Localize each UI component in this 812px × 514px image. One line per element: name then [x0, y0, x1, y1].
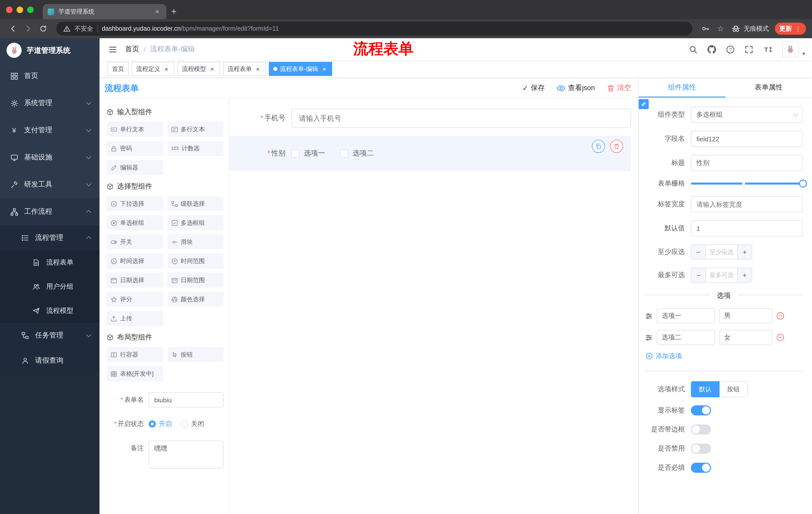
default-value-input[interactable] [691, 220, 803, 236]
sidebar-item-user-groups[interactable]: 用户分组 [0, 275, 99, 299]
security-label[interactable]: 不安全 [75, 24, 93, 33]
sidebar-item-workflow[interactable]: 工作流程 [0, 198, 99, 225]
palette-item-time-range[interactable]: 时间范围 [167, 253, 224, 269]
tab-component-props[interactable]: 组件属性 [639, 78, 725, 97]
sidebar-item-process-mgmt[interactable]: 流程管理 [0, 225, 99, 250]
decrease-button[interactable]: − [691, 268, 706, 282]
tab-form-props[interactable]: 表单属性 [725, 78, 812, 97]
password-key-icon[interactable] [698, 22, 713, 36]
increase-button[interactable]: + [737, 268, 752, 282]
breadcrumb-home[interactable]: 首页 [125, 45, 139, 54]
title-input[interactable] [691, 155, 803, 171]
tag-home[interactable]: 首页 [108, 62, 128, 76]
tag-process-form[interactable]: 流程表单 × [223, 62, 266, 76]
hamburger-icon[interactable] [109, 45, 117, 54]
url-text[interactable]: dashboard.yudao.iocoder.cn/bpm/manager/f… [102, 25, 279, 32]
palette-item-editor[interactable]: 编辑器 [107, 160, 163, 175]
palette-item-radio-group[interactable]: 单选框组 [107, 215, 163, 231]
status-radio-on[interactable]: 开启 [149, 420, 172, 429]
palette-item-cascader[interactable]: 级联选择 [167, 196, 224, 211]
sidebar-item-devtools[interactable]: 研发工具 [0, 171, 99, 198]
tag-process-model[interactable]: 流程模型 × [177, 62, 220, 76]
sidebar-item-home[interactable]: 首页 [0, 62, 99, 89]
palette-item-time-picker[interactable]: 时间选择 [107, 253, 163, 269]
palette-item-date-range[interactable]: 日期范围 [167, 273, 224, 288]
help-icon[interactable]: ? [726, 45, 735, 54]
palette-item-switch[interactable]: 开关 [107, 234, 163, 249]
new-tab-button[interactable]: + [166, 4, 181, 19]
fullscreen-icon[interactable] [745, 45, 753, 54]
form-name-input[interactable] [149, 392, 224, 407]
canvas-field-gender[interactable]: *性别 选项一 选项二 [229, 136, 631, 171]
browser-tab[interactable]: 芋道管理系统 × [43, 4, 166, 19]
palette-item-button[interactable]: 按钮 [167, 347, 224, 362]
palette-item-password[interactable]: 密码 [107, 141, 163, 156]
palette-item-upload[interactable]: 上传 [107, 311, 163, 326]
tab-close-icon[interactable]: × [153, 7, 161, 16]
forward-icon[interactable] [21, 22, 35, 36]
search-icon[interactable] [689, 45, 697, 54]
link-anchor-button[interactable] [639, 99, 649, 109]
label-width-input[interactable] [691, 196, 803, 212]
tag-close-icon[interactable]: × [163, 65, 170, 73]
show-label-toggle[interactable] [691, 405, 711, 415]
reload-icon[interactable] [36, 22, 50, 36]
option-label-input[interactable] [657, 330, 715, 345]
border-toggle[interactable] [691, 425, 711, 435]
gender-checkbox-1[interactable]: 选项一 [291, 149, 325, 158]
slider-handle[interactable] [799, 180, 807, 188]
phone-input[interactable] [291, 109, 631, 128]
palette-item-single-text[interactable]: 单行文本 [107, 122, 163, 137]
sidebar-item-process-form[interactable]: 流程表单 [0, 250, 99, 275]
sidebar-logo[interactable]: 芋道管理系统 [0, 38, 99, 62]
browser-menu-kebab-icon[interactable]: ⋮ [795, 25, 802, 32]
copy-component-button[interactable] [592, 140, 605, 153]
decrease-button[interactable]: − [691, 245, 706, 259]
sidebar-item-task-mgmt[interactable]: 任务管理 [0, 323, 99, 348]
user-avatar[interactable] [782, 41, 799, 57]
address-bar[interactable]: 不安全 dashboard.yudao.iocoder.cn/bpm/manag… [56, 22, 692, 36]
palette-item-checkbox-group[interactable]: 多选框组 [167, 215, 224, 231]
sidebar-item-process-model[interactable]: 流程模型 [0, 299, 99, 323]
tag-close-icon[interactable]: × [321, 65, 328, 73]
gender-checkbox-2[interactable]: 选项二 [340, 149, 374, 158]
style-button-button[interactable]: 按钮 [720, 381, 748, 397]
palette-item-counter[interactable]: 123计数器 [167, 141, 224, 156]
remove-option-icon[interactable] [776, 333, 784, 342]
palette-item-slider[interactable]: 滑块 [167, 234, 224, 249]
sidebar-item-leave-query[interactable]: 请假查询 [0, 348, 99, 373]
window-maximize-button[interactable] [27, 6, 34, 13]
palette-item-color-picker[interactable]: 颜色选择 [167, 292, 224, 307]
palette-item-select[interactable]: 下拉选择 [107, 196, 163, 211]
back-icon[interactable] [6, 22, 20, 36]
option-value-input[interactable] [719, 330, 772, 345]
drag-option-icon[interactable] [645, 334, 653, 341]
palette-item-date-picker[interactable]: 日期选择 [107, 273, 163, 288]
sidebar-item-system[interactable]: 系统管理 [0, 89, 99, 117]
window-close-button[interactable] [6, 6, 12, 13]
tag-process-form-edit[interactable]: 流程表单-编辑 × [269, 62, 332, 76]
tag-close-icon[interactable]: × [254, 65, 261, 73]
font-size-icon[interactable]: T [763, 45, 772, 54]
status-radio-off[interactable]: 关闭 [181, 420, 204, 429]
form-remark-textarea[interactable]: 嘿嘿 [149, 440, 224, 469]
min-select-value[interactable]: 至少应选 [706, 245, 737, 259]
component-type-select[interactable]: 多选框组 [691, 107, 803, 123]
disabled-toggle[interactable] [691, 443, 711, 454]
clear-button[interactable]: 清空 [607, 83, 631, 92]
palette-item-table[interactable]: 表格[开发中] [107, 366, 163, 381]
option-label-input[interactable] [657, 308, 715, 323]
option-value-input[interactable] [719, 308, 772, 323]
save-button[interactable]: ✓ 保存 [522, 83, 545, 92]
add-option-button[interactable]: 添加选项 [646, 352, 812, 360]
tag-process-definition[interactable]: 流程定义 × [132, 62, 174, 76]
canvas-field-phone[interactable]: *手机号 [229, 104, 631, 133]
style-default-button[interactable]: 默认 [691, 381, 720, 397]
palette-item-multi-text[interactable]: 多行文本 [167, 122, 224, 137]
window-minimize-button[interactable] [17, 6, 23, 13]
update-browser-button[interactable]: 更新 ⋮ [775, 23, 806, 35]
drag-option-icon[interactable] [645, 312, 653, 320]
remove-option-icon[interactable] [776, 312, 784, 320]
max-select-value[interactable]: 最多可选 [706, 268, 737, 282]
tag-close-icon[interactable]: × [208, 65, 215, 73]
